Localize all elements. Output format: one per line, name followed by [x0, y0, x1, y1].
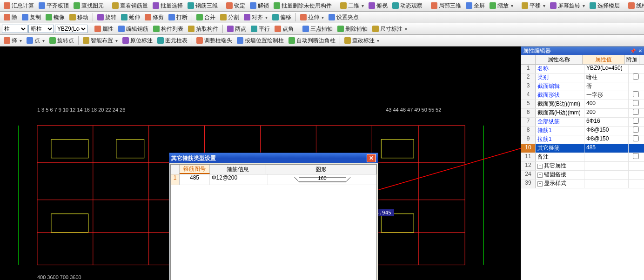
toolbar-平齐板顶[interactable]: 平齐板顶 [37, 1, 71, 11]
prop-row-24[interactable]: 24+锚固搭接 [521, 171, 644, 180]
toolbar-打断[interactable]: 打断 [167, 13, 189, 22]
row-code[interactable]: 485 [180, 174, 210, 185]
toolbar-点角[interactable]: 点角 [273, 24, 295, 34]
toolbar-查看钢筋量[interactable]: 查看钢筋量 [110, 1, 150, 11]
close-icon[interactable]: ✕ [367, 154, 376, 162]
extra-checkbox[interactable] [633, 135, 639, 141]
toolbar-屏幕旋转[interactable]: 屏幕旋转▾ [548, 1, 587, 11]
toolbar-二维[interactable]: 二维▾ [338, 1, 366, 11]
toolbar-汇总计算[interactable]: 汇总计算 [2, 1, 36, 11]
prop-row-39[interactable]: 39+显示样式 [521, 180, 644, 188]
toolbar-批量选择[interactable]: 批量选择 [151, 1, 185, 11]
col-info[interactable]: 箍筋信息 [210, 165, 266, 174]
selector-sel2[interactable]: 暗柱 [28, 25, 54, 33]
row-info[interactable]: Φ12@200 [210, 174, 268, 185]
prop-row-5[interactable]: 5截面宽(B边)(mm)400 [521, 100, 644, 109]
toolbar-钢筋三维[interactable]: 钢筋三维 [186, 1, 220, 11]
toolbar-修剪[interactable]: 修剪 [143, 13, 166, 22]
close-icon[interactable]: ✕ [638, 48, 642, 53]
toolbar-平行[interactable]: 平行 [249, 24, 272, 34]
toolbar-旋转[interactable]: 旋转 [95, 13, 118, 22]
toolbar-智能布置[interactable]: 智能布置▾ [81, 36, 120, 46]
toolbar-合并[interactable]: 合并 [195, 13, 217, 22]
prop-row-7[interactable]: 7全部纵筋6Φ16 [521, 118, 644, 127]
toolbar-原位标注[interactable]: 原位标注 [121, 36, 154, 46]
dialog-titlebar[interactable]: 其它箍筋类型设置 ✕ [169, 153, 378, 163]
header-extra[interactable]: 附加 [625, 55, 639, 64]
prop-row-11[interactable]: 11备注 [521, 153, 644, 162]
prop-row-3[interactable]: 3截面编辑否 [521, 82, 644, 91]
toolbar-局部三维[interactable]: 局部三维 [429, 1, 463, 11]
toolbar-偏移[interactable]: 偏移 [270, 13, 293, 22]
prop-row-12[interactable]: 12+其它属性 [521, 162, 644, 171]
toolbar-自动判断边角柱[interactable]: 自动判断边角柱 [287, 36, 337, 46]
extra-checkbox[interactable] [633, 127, 639, 133]
toolbar-解锁[interactable]: 解锁 [248, 1, 271, 11]
dropdown-icon: ▾ [42, 38, 45, 43]
extra-checkbox[interactable] [633, 91, 639, 97]
toolbar-锁定[interactable]: 锁定 [224, 1, 247, 11]
toolbar-分割[interactable]: 分割 [218, 13, 241, 22]
toolbar-拾取构件[interactable]: 拾取构件 [186, 24, 220, 34]
pin-icon[interactable]: 📌 [630, 48, 636, 53]
toolbar-点[interactable]: 点▾ [25, 36, 47, 46]
toolbar-镜像[interactable]: 镜像 [44, 13, 67, 22]
toolbar-动态观察[interactable]: 动态观察 [390, 1, 424, 11]
toolbar-查改标注[interactable]: 查改标注▾ [342, 36, 381, 46]
toolbar-构件列表[interactable]: 构件列表 [151, 24, 185, 34]
prop-row-4[interactable]: 4截面形状一字形 [521, 91, 644, 100]
toolbar-两点[interactable]: 两点 [225, 24, 248, 34]
extra-checkbox[interactable] [633, 118, 639, 124]
selector-sel1[interactable]: 柱 [2, 25, 27, 33]
toolbar-调整柱端头[interactable]: 调整柱端头 [195, 36, 234, 46]
toolbar-复制[interactable]: 复制 [20, 13, 43, 22]
toolbar-缩放[interactable]: 缩放▾ [488, 1, 515, 11]
col-code[interactable]: 箍筋图号 [180, 165, 210, 174]
extra-checkbox[interactable] [633, 109, 639, 115]
toolbar-对齐[interactable]: 对齐▾ [242, 13, 269, 22]
toolbar-旋转点[interactable]: 旋转点 [47, 36, 76, 46]
prop-row-8[interactable]: 8箍筋1Φ8@150 [521, 127, 644, 135]
expand-icon[interactable]: + [537, 181, 543, 187]
toolbar-批量删除未使用构件[interactable]: 批量删除未使用构件 [272, 1, 334, 11]
extra-checkbox[interactable] [633, 153, 639, 159]
property-panel: 属性编辑器 📌 ✕ 属性名称 属性值 附加 1名称YBZ9(Lc=450)2类别… [521, 47, 644, 280]
toolbar-查找图元[interactable]: 查找图元 [72, 1, 106, 11]
toolbar-线框[interactable]: 线框 [626, 1, 644, 11]
toolbar-属性[interactable]: 属性 [93, 24, 115, 34]
toolbar-选择楼层[interactable]: 选择楼层 [588, 1, 622, 11]
toolbar-三点辅轴[interactable]: 三点辅轴 [301, 24, 335, 34]
prop-row-9[interactable]: 9拉筋1Φ8@150 [521, 135, 644, 144]
toolbar-除[interactable]: 除 [2, 13, 19, 22]
toolbar-图元柱表[interactable]: 图元柱表 [155, 36, 189, 46]
property-title[interactable]: 属性编辑器 📌 ✕ [521, 47, 644, 55]
toolbar-移动[interactable]: 移动 [67, 13, 90, 22]
toolbar-尺寸标注[interactable]: 尺寸标注▾ [370, 24, 409, 34]
toolbar-择[interactable]: 择▾ [2, 36, 24, 46]
header-value[interactable]: 属性值 [583, 55, 625, 64]
prop-row-1[interactable]: 1名称YBZ9(Lc=450) [521, 65, 644, 73]
expand-icon[interactable]: + [537, 173, 543, 178]
toolbar-平移[interactable]: 平移▾ [520, 1, 547, 11]
toolbar-按墙位置绘制柱[interactable]: 按墙位置绘制柱 [235, 36, 286, 46]
drawing-canvas[interactable]: 1 3 5 6 7 9 10 12 14 16 18 20 22 24 26 4… [0, 47, 521, 280]
toolbar-全屏[interactable]: 全屏 [464, 1, 487, 11]
toolbar-延伸[interactable]: 延伸 [119, 13, 142, 22]
extra-checkbox[interactable] [633, 73, 639, 80]
tool-icon [94, 26, 101, 32]
col-shape[interactable]: 图形 [266, 165, 376, 174]
extra-checkbox[interactable] [633, 100, 639, 106]
toolbar-拉伸[interactable]: 拉伸▾ [298, 13, 326, 22]
expand-icon[interactable]: + [537, 164, 543, 169]
toolbar-设置夹点[interactable]: 设置夹点 [327, 13, 361, 22]
selector-sel3[interactable]: YBZ9(Lc= [55, 25, 87, 33]
prop-row-2[interactable]: 2类别暗柱 [521, 73, 644, 82]
header-name[interactable]: 属性名称 [536, 55, 583, 64]
toolbar-俯视[interactable]: 俯视 [367, 1, 389, 11]
toolbar-删除辅轴[interactable]: 删除辅轴 [335, 24, 369, 34]
stirrup-row[interactable]: 1 485 Φ12@200 160 [171, 174, 376, 185]
prop-row-6[interactable]: 6截面高(H边)(mm)200 [521, 109, 644, 118]
toolbar-编辑钢筋[interactable]: 编辑钢筋 [116, 24, 150, 34]
prop-row-10[interactable]: 10其它箍筋485 [521, 144, 644, 153]
row-shape[interactable]: 160 [268, 174, 376, 185]
